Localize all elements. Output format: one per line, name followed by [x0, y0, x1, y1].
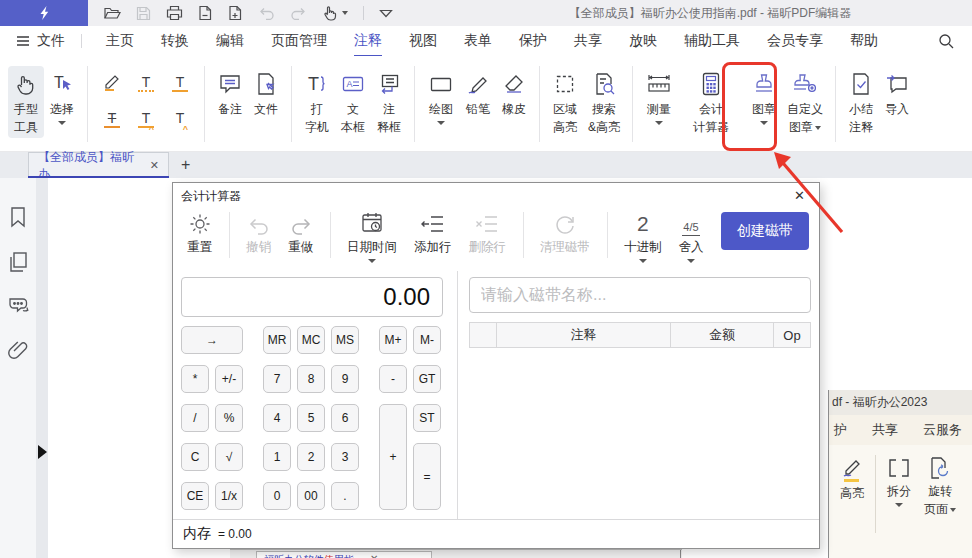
- print-icon[interactable]: [166, 5, 183, 21]
- attach-file-button[interactable]: 文件: [248, 66, 284, 120]
- key-equals[interactable]: =: [413, 443, 441, 510]
- area-highlight-button[interactable]: 区域 高亮: [547, 66, 583, 138]
- accounting-calculator-button[interactable]: 会计 计算器: [688, 66, 734, 138]
- import-comments-button[interactable]: 导入: [879, 66, 915, 120]
- menu-present[interactable]: 放映: [629, 32, 657, 50]
- pages-panel-icon[interactable]: [7, 251, 29, 273]
- bg-rotate-page-button[interactable]: 旋转 页面: [918, 455, 962, 517]
- key-m-plus[interactable]: M+: [379, 326, 407, 354]
- search-highlight-button[interactable]: 搜索 &高亮: [583, 66, 625, 138]
- export-page-icon[interactable]: [198, 5, 213, 21]
- menu-view[interactable]: 视图: [409, 32, 437, 50]
- draw-button[interactable]: 绘图: [422, 66, 460, 128]
- select-tool-button[interactable]: T 选择: [44, 66, 80, 128]
- key-6[interactable]: 6: [331, 404, 359, 432]
- key-ce[interactable]: CE: [181, 482, 209, 510]
- key-plus[interactable]: +: [379, 404, 407, 510]
- bg-split-button[interactable]: 拆分: [880, 455, 918, 507]
- key-percent[interactable]: %: [215, 404, 243, 432]
- key-2[interactable]: 2: [297, 443, 325, 471]
- key-sqrt[interactable]: √: [215, 443, 243, 471]
- measure-button[interactable]: 测量: [640, 66, 678, 128]
- tab-close-icon[interactable]: ✕: [150, 159, 159, 172]
- strikeout-text-icon[interactable]: T: [100, 106, 124, 130]
- squiggly-underline-icon[interactable]: T: [134, 70, 158, 94]
- key-mc[interactable]: MC: [297, 326, 325, 354]
- create-tape-button[interactable]: 创建磁带: [721, 212, 810, 250]
- insert-text-icon[interactable]: T^: [168, 106, 192, 130]
- key-arrow[interactable]: →: [181, 326, 243, 354]
- custom-stamp-button[interactable]: 自定义 图章: [782, 66, 828, 138]
- key-3[interactable]: 3: [331, 443, 359, 471]
- menu-comment-active[interactable]: 注释: [354, 32, 382, 50]
- key-st[interactable]: ST: [413, 404, 441, 432]
- textbox-button[interactable]: A 文 本框: [335, 66, 371, 138]
- menu-form[interactable]: 表单: [464, 32, 492, 50]
- attachments-panel-icon[interactable]: [7, 339, 29, 361]
- menu-convert[interactable]: 转换: [161, 32, 189, 50]
- foxit-logo[interactable]: [0, 0, 88, 26]
- key-plus-minus[interactable]: +/-: [215, 365, 243, 393]
- menu-member[interactable]: 会员专享: [767, 32, 823, 50]
- hand-tool-button[interactable]: 手型 工具: [8, 66, 44, 138]
- key-5[interactable]: 5: [297, 404, 325, 432]
- datetime-button[interactable]: 日期时间: [347, 209, 397, 263]
- key-1[interactable]: 1: [263, 443, 291, 471]
- redo-icon[interactable]: [290, 6, 307, 20]
- menu-edit[interactable]: 编辑: [216, 32, 244, 50]
- bookmarks-panel-icon[interactable]: [8, 206, 28, 228]
- eraser-button[interactable]: 橡皮: [496, 66, 532, 120]
- new-page-icon[interactable]: [228, 5, 243, 21]
- redo-button[interactable]: 重做: [288, 209, 313, 254]
- replace-text-icon[interactable]: T^: [134, 106, 158, 130]
- bg-menu-cloud[interactable]: 云服务: [923, 421, 962, 439]
- delete-row-button[interactable]: 删除行: [469, 209, 507, 254]
- key-c[interactable]: C: [181, 443, 209, 471]
- more-commands-icon[interactable]: [379, 9, 393, 18]
- pencil-button[interactable]: 铅笔: [460, 66, 496, 120]
- sidebar-expand-arrow[interactable]: [38, 445, 47, 459]
- callout-button[interactable]: 注 释框: [371, 66, 407, 138]
- underline-text-icon[interactable]: T: [168, 70, 192, 94]
- clear-tape-button[interactable]: 清理磁带: [540, 209, 590, 254]
- summary-comments-button[interactable]: 小结 注释: [843, 66, 879, 138]
- comments-panel-icon[interactable]: [7, 296, 29, 316]
- key-4[interactable]: 4: [263, 404, 291, 432]
- key-0[interactable]: 0: [263, 482, 291, 510]
- menu-file[interactable]: 文件: [16, 32, 65, 50]
- key-m-minus[interactable]: M-: [413, 326, 441, 354]
- active-document-tab[interactable]: 【全部成员】福昕办... ✕: [28, 152, 169, 178]
- key-ms[interactable]: MS: [331, 326, 359, 354]
- rounding-button[interactable]: 4/5 舍入: [679, 209, 704, 263]
- menu-protect[interactable]: 保护: [519, 32, 547, 50]
- add-row-button[interactable]: 添加行: [414, 209, 452, 254]
- key-9[interactable]: 9: [331, 365, 359, 393]
- dialog-close-icon[interactable]: ✕: [794, 190, 805, 202]
- decimal-button[interactable]: 2 十进制: [624, 209, 662, 263]
- bg-highlight-button[interactable]: 高亮: [833, 455, 871, 501]
- menu-help[interactable]: 帮助: [850, 32, 878, 50]
- new-tab-button[interactable]: +: [181, 152, 190, 178]
- key-minus[interactable]: -: [379, 365, 407, 393]
- typewriter-button[interactable]: T 打 字机: [299, 66, 335, 138]
- reset-button[interactable]: 重置: [187, 209, 212, 254]
- menu-share[interactable]: 共享: [574, 32, 602, 50]
- undo-icon[interactable]: [258, 6, 275, 20]
- note-button[interactable]: 备注: [212, 66, 248, 120]
- undo-button[interactable]: 撤销: [246, 209, 271, 254]
- key-divide[interactable]: /: [181, 404, 209, 432]
- key-8[interactable]: 8: [297, 365, 325, 393]
- key-reciprocal[interactable]: 1/x: [215, 482, 243, 510]
- save-icon[interactable]: [136, 6, 151, 21]
- hand-pointer-icon[interactable]: [322, 5, 348, 21]
- open-file-icon[interactable]: [103, 5, 121, 21]
- tape-table-body[interactable]: [469, 348, 811, 519]
- menu-page-manage[interactable]: 页面管理: [271, 32, 327, 50]
- key-7[interactable]: 7: [263, 365, 291, 393]
- bg-tab-close-icon[interactable]: ✕: [370, 553, 378, 558]
- highlight-text-icon[interactable]: [100, 70, 124, 94]
- menu-home[interactable]: 主页: [106, 32, 134, 50]
- tape-name-input[interactable]: [469, 277, 811, 313]
- key-00[interactable]: 00: [297, 482, 325, 510]
- stamp-button[interactable]: 图章: [746, 66, 782, 128]
